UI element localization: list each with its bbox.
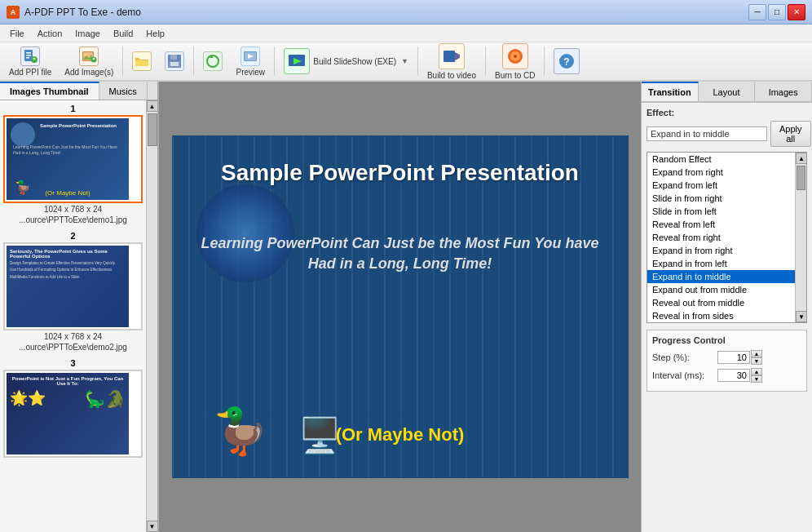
right-panel: Transition Layout Images Effect: Apply a…: [641, 82, 812, 532]
svg-point-10: [85, 53, 87, 55]
thumb-number-1: 1: [3, 104, 143, 113]
effect-item-1[interactable]: Expand from right: [647, 166, 806, 179]
interval-spinner: ▲ ▼: [751, 368, 762, 383]
tab-musics[interactable]: Musics: [99, 82, 148, 100]
burn-cd-button[interactable]: Burn to CD: [489, 40, 541, 83]
thumbnail-item-3[interactable]: 3 PowerPoint is Not Just a Fun Program, …: [3, 358, 143, 458]
minimize-button[interactable]: ─: [748, 4, 766, 20]
maximize-button[interactable]: □: [768, 4, 786, 20]
effect-item-13[interactable]: Expand in from sides: [647, 322, 806, 323]
thumb-label-2b: ...ource\PPTToExe\demo2.jpg: [3, 343, 143, 352]
interval-input[interactable]: [717, 369, 750, 382]
svg-point-28: [514, 55, 517, 58]
effect-item-7[interactable]: Expand in from right: [647, 244, 806, 257]
thumb-slide-1: Sample PowerPoint Presentation Learning …: [7, 118, 129, 200]
thumbnail-scrollbar: ▲ ▼: [146, 100, 157, 532]
svg-rect-15: [170, 55, 177, 60]
svg-rect-2: [26, 55, 31, 56]
toolbar-sep-3: [274, 47, 275, 76]
effect-item-6[interactable]: Reveal from right: [647, 231, 806, 244]
progress-section: Progress Control Step (%): ▲ ▼ Interval …: [647, 330, 807, 392]
scroll-thumb[interactable]: [148, 113, 157, 146]
step-down-button[interactable]: ▼: [751, 357, 762, 365]
tab-layout[interactable]: Layout: [699, 82, 756, 101]
computer-icon: 🖥️: [298, 415, 341, 455]
toolbar-sep-6: [544, 47, 545, 76]
right-tabs: Transition Layout Images: [642, 82, 812, 103]
scroll-up-button[interactable]: ▲: [147, 100, 158, 112]
menu-build[interactable]: Build: [107, 27, 139, 40]
burn-cd-label: Burn to CD: [495, 71, 535, 80]
preview-label: Preview: [236, 68, 266, 77]
effect-value-input[interactable]: [647, 126, 767, 141]
step-input[interactable]: [717, 351, 750, 364]
svg-marker-25: [455, 52, 460, 60]
effect-scroll-thumb[interactable]: [797, 166, 805, 190]
thumb-label-1a: 1024 x 768 x 24: [3, 205, 143, 214]
left-panel: Images Thumbnail Musics 1 Sample PowerPo…: [0, 82, 159, 532]
svg-rect-17: [170, 62, 179, 66]
save-button[interactable]: [159, 48, 190, 74]
thumbnail-item-2[interactable]: 2 Seriously, The PowerPoint Gives us Som…: [3, 231, 143, 352]
svg-rect-3: [26, 57, 29, 59]
effect-list: Random EffectExpand from rightExpand fro…: [647, 153, 806, 323]
build-video-label: Build to video: [427, 71, 476, 80]
effect-scroll-down[interactable]: ▼: [796, 311, 807, 322]
effect-item-0[interactable]: Random Effect: [647, 153, 806, 166]
effect-item-12[interactable]: Reveal in from sides: [647, 309, 806, 322]
step-up-button[interactable]: ▲: [751, 350, 762, 357]
apply-all-button[interactable]: Apply all: [770, 121, 811, 147]
toolbar-sep-4: [417, 47, 418, 76]
build-video-button[interactable]: Build to video: [421, 40, 482, 83]
effect-item-11[interactable]: Reveal out from middle: [647, 296, 806, 309]
thumbnail-list: 1 Sample PowerPoint Presentation Learnin…: [0, 100, 146, 532]
menu-bar: File Action Image Build Help: [0, 24, 812, 42]
effect-list-container: Random EffectExpand from rightExpand fro…: [647, 152, 807, 323]
tab-images-thumbnail[interactable]: Images Thumbnail: [0, 82, 99, 100]
toolbar: Add PPI file Add Image(s): [0, 42, 812, 82]
effect-item-9[interactable]: Expand in to middle: [647, 270, 806, 283]
add-ppi-button[interactable]: Add PPI file: [3, 43, 57, 80]
menu-help[interactable]: Help: [139, 27, 171, 40]
slide-title: Sample PowerPoint Presentation: [188, 160, 612, 186]
refresh-button[interactable]: [197, 48, 228, 74]
help-button[interactable]: ?: [548, 45, 585, 78]
effect-list-scrollbar: ▲ ▼: [795, 153, 806, 322]
thumb-slide-2: Seriously, The PowerPoint Gives us Some …: [7, 246, 129, 327]
slide-frame: Sample PowerPoint Presentation Learning …: [172, 135, 629, 478]
svg-text:?: ?: [564, 56, 570, 68]
effect-item-10[interactable]: Expand out from middle: [647, 283, 806, 296]
add-images-button[interactable]: Add Image(s): [59, 43, 119, 80]
thumb-number-3: 3: [3, 358, 143, 368]
tab-images[interactable]: Images: [755, 82, 812, 101]
effect-item-5[interactable]: Reveal from left: [647, 218, 806, 231]
preview-button[interactable]: Preview: [230, 43, 271, 80]
slide-area: Sample PowerPoint Presentation Learning …: [159, 82, 641, 532]
interval-down-button[interactable]: ▼: [751, 375, 762, 383]
interval-up-button[interactable]: ▲: [751, 368, 762, 375]
tab-transition[interactable]: Transition: [642, 82, 699, 101]
effect-item-8[interactable]: Expand in from left: [647, 257, 806, 270]
build-slideshow-button[interactable]: Build SlideShow (EXE) ▼: [278, 45, 414, 78]
effect-label: Effect:: [647, 108, 807, 117]
toolbar-sep-5: [485, 47, 486, 76]
close-button[interactable]: ✕: [788, 4, 805, 20]
effect-item-4[interactable]: Slide in from left: [647, 205, 806, 218]
menu-action[interactable]: Action: [31, 27, 69, 40]
step-label: Step (%):: [652, 352, 717, 362]
effect-item-2[interactable]: Expand from left: [647, 179, 806, 192]
thumbnail-item-1[interactable]: 1 Sample PowerPoint Presentation Learnin…: [3, 104, 143, 224]
open-folder-button[interactable]: [126, 48, 157, 74]
scroll-down-button[interactable]: ▼: [147, 521, 158, 532]
effect-item-3[interactable]: Slide in from right: [647, 192, 806, 205]
slide-subtitle: Learning PowerPoint Can Just be the Most…: [196, 233, 604, 274]
svg-rect-1: [26, 52, 31, 54]
thumb-label-2a: 1024 x 768 x 24: [3, 332, 143, 341]
menu-file[interactable]: File: [3, 27, 31, 40]
menu-image[interactable]: Image: [68, 27, 107, 40]
progress-title: Progress Control: [652, 335, 801, 345]
thumb-number-2: 2: [3, 231, 143, 241]
svg-rect-13: [94, 57, 95, 60]
effect-scroll-up[interactable]: ▲: [796, 153, 807, 164]
panel-tabs: Images Thumbnail Musics: [0, 82, 157, 100]
